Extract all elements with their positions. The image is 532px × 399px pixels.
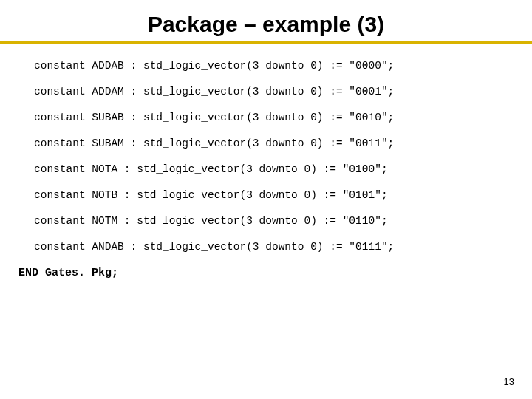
- code-line: constant ADDAM : std_logic_vector(3 down…: [34, 86, 498, 98]
- code-line: constant SUBAB : std_logic_vector(3 down…: [34, 112, 498, 123]
- slide-title: Package – example (3): [22, 12, 510, 37]
- end-line: END Gates. Pkg;: [18, 267, 510, 279]
- code-line: constant NOTM : std_logic_vector(3 downt…: [34, 215, 498, 227]
- slide: Package – example (3) constant ADDAB : s…: [0, 0, 532, 399]
- code-block: constant ADDAB : std_logic_vector(3 down…: [22, 60, 510, 253]
- code-line: constant NOTA : std_logic_vector(3 downt…: [34, 163, 498, 175]
- code-line: constant ADDAB : std_logic_vector(3 down…: [34, 60, 498, 72]
- code-line: constant NOTB : std_logic_vector(3 downt…: [34, 189, 498, 201]
- page-number: 13: [504, 376, 514, 387]
- title-rule: [0, 41, 532, 44]
- code-line: constant ANDAB : std_logic_vector(3 down…: [34, 241, 498, 253]
- code-line: constant SUBAM : std_logic_vector(3 down…: [34, 137, 498, 149]
